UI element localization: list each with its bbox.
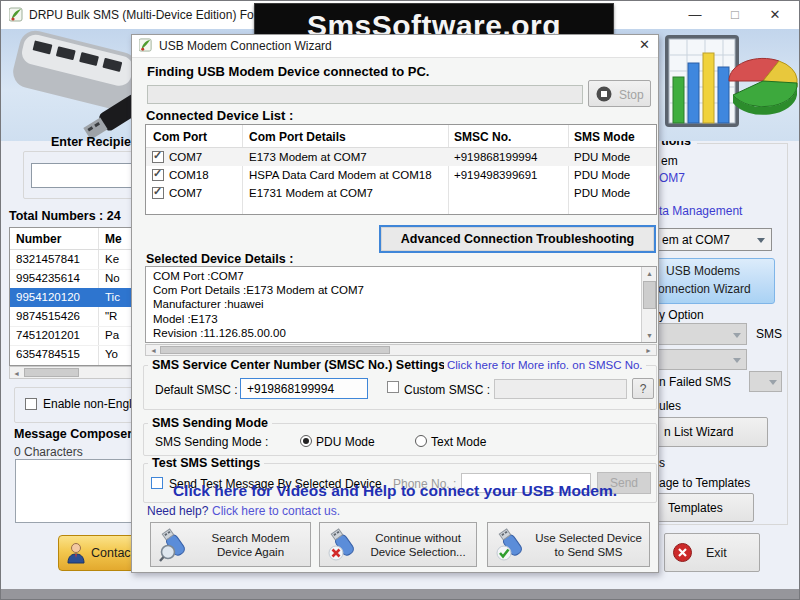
custom-smsc-checkbox[interactable]: [387, 381, 399, 393]
cell-com-port: COM18: [169, 169, 209, 181]
device-row[interactable]: COM7 E173 Modem at COM7 +919868199994 PD…: [146, 148, 656, 166]
table-row[interactable]: 9874515426 "R: [10, 307, 132, 327]
cell-message: Ke: [105, 253, 119, 265]
pdu-mode-label[interactable]: PDU Mode: [316, 435, 375, 449]
maximize-button[interactable]: □: [715, 1, 755, 29]
delivery-select-2[interactable]: [659, 349, 747, 370]
close-button[interactable]: ✕: [755, 1, 795, 29]
details-hscrollbar[interactable]: ◄ ►: [145, 344, 657, 356]
smsc-help-label: ?: [640, 382, 647, 396]
cell-mode: PDU Mode: [574, 187, 630, 199]
message-textarea[interactable]: [15, 459, 135, 523]
col-header-smsc[interactable]: SMSC No.: [454, 130, 511, 144]
device-row[interactable]: COM7 E1731 Modem at COM7 PDU Mode: [146, 184, 656, 202]
chevron-down-icon: [769, 380, 777, 385]
continue-without-selection-button[interactable]: Continue withoutDevice Selection...: [319, 522, 477, 567]
device-checkbox-checked[interactable]: [152, 187, 164, 199]
app-window: DRPU Bulk SMS (Multi-Device Edition) For…: [0, 0, 800, 600]
com7-link-fragment[interactable]: OM7: [659, 171, 685, 185]
sms-label: SMS: [756, 327, 782, 341]
list-wizard-button-label: n List Wizard: [664, 425, 733, 439]
exit-button[interactable]: Exit: [664, 533, 760, 572]
scroll-left-icon[interactable]: ◄: [150, 347, 157, 354]
char-count: 0 Characters: [14, 445, 83, 459]
modem-select[interactable]: em at COM7: [659, 228, 772, 251]
details-line: Model :E173: [153, 312, 364, 326]
advanced-troubleshooting-label: Advanced Connection Troubleshooting: [401, 232, 634, 246]
button-label: Search ModemDevice Again: [191, 531, 310, 559]
videos-help-link[interactable]: Click here for Videos and Help to connec…: [132, 482, 658, 500]
cell-number: 9954235614: [16, 272, 80, 284]
scroll-up-icon[interactable]: ▲: [646, 270, 653, 277]
device-checkbox-checked[interactable]: [152, 169, 164, 181]
stop-button[interactable]: Stop: [588, 80, 651, 107]
scroll-right-icon[interactable]: ►: [645, 347, 652, 354]
pdu-mode-radio[interactable]: [300, 435, 312, 447]
contacts-button-label: Contac: [91, 546, 131, 560]
sending-mode-row-label: SMS Sending Mode :: [155, 435, 268, 449]
finding-label: Finding USB Modem Device connected to PC…: [147, 64, 429, 79]
col-header-message[interactable]: Me: [105, 232, 122, 246]
device-table[interactable]: Com Port Com Port Details SMSC No. SMS M…: [145, 124, 657, 215]
text-mode-label[interactable]: Text Mode: [431, 435, 486, 449]
col-header-details[interactable]: Com Port Details: [249, 130, 346, 144]
smsc-group-label: SMS Service Center Number (SMSC No.) Set…: [148, 358, 449, 372]
smsc-info-link[interactable]: Click here for More info. on SMSC No.: [444, 359, 646, 371]
usb-modems-wizard-button[interactable]: USB Modems onnection Wizard: [659, 258, 775, 304]
text-mode-radio[interactable]: [415, 435, 427, 447]
numbers-hscrollbar[interactable]: ◄: [9, 366, 133, 379]
default-smsc-input[interactable]: +919868199994: [240, 378, 368, 399]
table-row[interactable]: 7451201201 Pa: [10, 326, 132, 346]
chevron-down-icon: [733, 358, 741, 363]
device-row[interactable]: COM18 HSPA Data Card Modem at COM18 +919…: [146, 166, 656, 184]
col-header-number[interactable]: Number: [16, 232, 61, 246]
use-selected-device-button[interactable]: Use Selected Deviceto Send SMS: [487, 522, 650, 567]
recipient-input[interactable]: [31, 163, 135, 188]
delivery-option-fragment: y Option: [659, 308, 704, 322]
dialog-icon: [139, 38, 153, 52]
device-list-label: Connected Device List :: [146, 108, 293, 123]
failed-sms-select[interactable]: [749, 371, 782, 392]
details-vscrollbar[interactable]: ▲ ▼: [641, 267, 656, 342]
scroll-down-icon[interactable]: ▼: [646, 332, 653, 339]
need-help-text: Need help?: [147, 504, 208, 518]
table-row-selected[interactable]: 9954120120 Tic: [10, 288, 132, 307]
test-sms-group-label: Test SMS Settings: [148, 456, 264, 470]
usb-search-icon: [157, 527, 191, 563]
cell-details: E173 Modem at COM7: [249, 151, 367, 163]
usb-modem-connection-wizard-dialog: USB Modem Connection Wizard ✕ Finding US…: [131, 34, 659, 573]
contacts-button[interactable]: Contac: [58, 535, 138, 571]
col-header-com-port[interactable]: Com Port: [153, 130, 207, 144]
data-management-link[interactable]: ta Management: [659, 204, 742, 218]
cell-number: 9874515426: [16, 310, 80, 322]
list-wizard-button[interactable]: n List Wizard: [659, 417, 768, 447]
right-panel: tions em OM7 ta Management em at COM7 US…: [659, 141, 800, 589]
left-panel: Enter Recipie Total Numbers : 24 Number …: [1, 141, 133, 589]
scroll-left-icon[interactable]: ◄: [13, 370, 20, 377]
smsc-help-button[interactable]: ?: [632, 378, 654, 399]
usb-cancel-icon: [326, 527, 360, 563]
advanced-troubleshooting-button[interactable]: Advanced Connection Troubleshooting: [379, 225, 656, 253]
chevron-down-icon: [757, 238, 765, 243]
enable-non-english-checkbox[interactable]: [25, 398, 37, 410]
exit-icon: [673, 543, 692, 562]
search-modem-again-button[interactable]: Search ModemDevice Again: [150, 522, 311, 567]
details-line: Manufacturer :huawei: [153, 297, 364, 311]
cell-details: E1731 Modem at COM7: [249, 187, 373, 199]
table-row[interactable]: 6354784515 Yo: [10, 345, 132, 364]
sending-mode-group-label: SMS Sending Mode: [148, 416, 272, 430]
templates-button[interactable]: Templates: [659, 493, 754, 522]
table-row[interactable]: 8321457841 Ke: [10, 250, 132, 270]
contact-us-link[interactable]: Click here to contact us.: [212, 504, 340, 518]
cell-number: 9954120120: [16, 291, 80, 303]
device-details-box[interactable]: COM Port :COM7 Com Port Details :E173 Mo…: [145, 266, 657, 343]
numbers-table[interactable]: Number Me 8321457841 Ke 9954235614 No 99…: [9, 227, 133, 366]
cell-mode: PDU Mode: [574, 151, 630, 163]
minimize-button[interactable]: —: [675, 1, 715, 29]
delivery-select-1[interactable]: [659, 323, 747, 345]
device-checkbox-checked[interactable]: [152, 151, 164, 163]
dialog-close-icon[interactable]: ✕: [639, 37, 650, 52]
custom-smsc-input[interactable]: [494, 379, 627, 399]
col-header-mode[interactable]: SMS Mode: [574, 130, 635, 144]
table-row[interactable]: 9954235614 No: [10, 269, 132, 289]
